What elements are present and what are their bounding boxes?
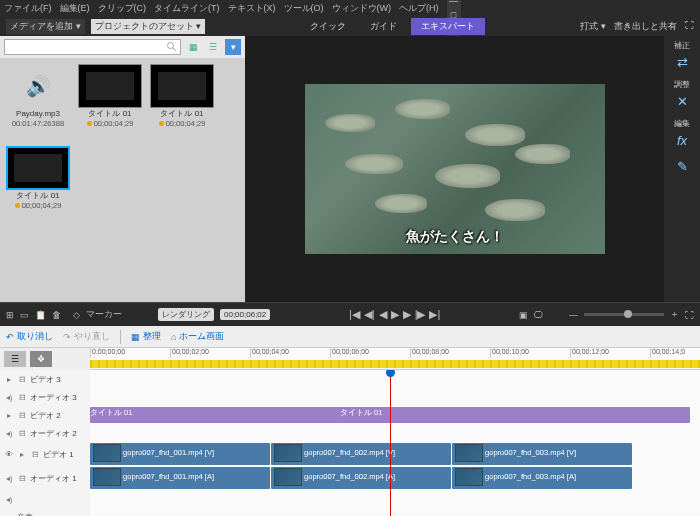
fit-icon[interactable]: ⛶ [685,310,694,320]
home-button[interactable]: ⌂ホーム画面 [171,330,224,343]
clip[interactable]: gopro007_fhd_003.mp4 [A] [452,467,632,489]
safe-margin-icon[interactable]: ▣ [519,310,528,320]
trash-icon[interactable]: 🗑 [52,310,61,320]
media-item-title[interactable]: タイトル 01 00;00;04;29 [150,64,214,128]
track[interactable] [90,388,700,406]
track-label[interactable]: ◂)⊟オーディオ 2 [0,424,90,442]
right-rail: 補正⇄ 調整✕ 編集fx ✎ [664,36,700,302]
goto-end-icon[interactable]: ▶| [429,308,440,321]
track[interactable] [90,424,700,442]
track-icon[interactable]: ⊟ [17,393,27,402]
tools-icon[interactable]: ✕ [673,92,691,110]
prev-frame-icon[interactable]: ◀ [379,308,387,321]
menu-file[interactable]: ファイル(F) [4,2,52,15]
grid-view-icon[interactable]: ▦ [185,39,201,55]
track-icon[interactable]: ▸ [4,411,14,420]
media-bin: 🔊 Payday.mp3 00:01:47:26388 タイトル 01 00;0… [0,58,245,302]
track-icon[interactable]: ⊟ [30,450,40,459]
next-frame-icon[interactable]: ▶ [403,308,411,321]
adjust-icon[interactable]: ⇄ [673,53,691,71]
play-icon[interactable]: ▶ [391,308,399,321]
track-label[interactable]: ▸⊟ビデオ 2 [0,406,90,424]
track-icon[interactable]: ◂) [4,474,14,483]
track-icon[interactable]: ⊟ [17,474,27,483]
tab-expert[interactable]: エキスパート [411,18,485,35]
track[interactable] [90,508,700,516]
step-fwd-icon[interactable]: |▶ [415,308,426,321]
minimize-button[interactable]: — [447,0,461,8]
track-icon[interactable]: ▸ [4,375,14,384]
track-icon[interactable]: ⊟ [17,429,27,438]
menu-help[interactable]: ヘルプ(H) [399,2,439,15]
track[interactable]: gopro007_fhd_001.mp4 [V] gopro007_fhd_00… [90,442,700,466]
timeline-view-a[interactable]: ☰ [4,351,26,367]
monitor-icon[interactable]: 🖵 [534,310,543,320]
track-icon[interactable]: ◂) [4,429,14,438]
render-button[interactable]: レンダリング [158,308,214,321]
tab-guide[interactable]: ガイド [360,18,407,35]
fullscreen-icon[interactable]: ⛶ [685,20,694,33]
media-item-selected[interactable]: タイトル 01 00;00;04;29 [6,146,70,210]
menu-window[interactable]: ウィンドウ(W) [332,2,392,15]
format-dropdown[interactable]: 打式 ▾ [580,20,606,33]
asset-dropdown[interactable]: プロジェクトのアセット ▾ [91,19,206,34]
redo-icon: ↷ [63,332,71,342]
menu-timeline[interactable]: タイムライン(T) [154,2,220,15]
playhead[interactable] [390,370,391,516]
fx-icon[interactable]: fx [673,131,691,149]
menu-clip[interactable]: クリップ(C) [98,2,147,15]
preview-monitor[interactable]: 魚がたくさん！ [305,84,605,254]
track-label[interactable]: 👁▸⊟ビデオ 1 [0,442,90,466]
track-icon[interactable]: ▸ [4,513,14,517]
track-icon[interactable]: ◂) [4,495,14,504]
timeline-view-b[interactable]: ❖ [30,351,52,367]
search-input[interactable] [4,39,181,55]
export-button[interactable]: 書き出しと共有 [614,20,677,33]
clip[interactable]: gopro007_fhd_002.mp4 [A] [271,467,451,489]
clip[interactable]: gopro007_fhd_001.mp4 [A] [90,467,270,489]
media-item-audio[interactable]: 🔊 Payday.mp3 00:01:47:26388 [6,64,70,128]
pen-icon[interactable]: ✎ [673,157,691,175]
track[interactable] [90,490,700,508]
tool-icon[interactable]: ⊞ [6,310,14,320]
track-label[interactable]: ◂)⊟オーディオ 3 [0,388,90,406]
list-view-icon[interactable]: ☰ [205,39,221,55]
zoom-slider[interactable] [584,313,664,316]
media-item-title[interactable]: タイトル 01 00;00;04;29 [78,64,142,128]
work-area-bar[interactable] [90,360,700,368]
track-icon[interactable]: ◂) [4,393,14,402]
track[interactable]: タイトル 01タイトル 01 [90,406,700,424]
clip[interactable]: gopro007_fhd_001.mp4 [V] [90,443,270,465]
track-name: ビデオ 3 [30,374,61,385]
clip[interactable]: gopro007_fhd_003.mp4 [V] [452,443,632,465]
mode-tabs: クイック ガイド エキスパート [300,16,485,36]
step-back-icon[interactable]: ◀| [364,308,375,321]
marker-button[interactable]: マーカー [86,308,122,321]
track-label[interactable]: ◂) [0,490,90,508]
organize-button[interactable]: ▦整理 [131,330,161,343]
menu-edit[interactable]: 編集(E) [60,2,90,15]
tool-icon[interactable]: ▭ [20,310,29,320]
menu-tool[interactable]: ツール(O) [284,2,324,15]
timeline-ruler[interactable]: 0;00;00;0000;00;02;0000;00;04;0000;00;06… [90,348,700,370]
add-media-dropdown[interactable]: メディアを追加 ▾ [6,19,85,34]
undo-button[interactable]: ↶取り消し [6,330,53,343]
track-label[interactable]: ▸⊟ビデオ 3 [0,370,90,388]
track[interactable]: gopro007_fhd_001.mp4 [A] gopro007_fhd_00… [90,466,700,490]
clipboard-icon[interactable]: 📋 [35,310,46,320]
menu-text[interactable]: テキスト(X) [228,2,276,15]
track-icon[interactable]: ⊟ [17,375,27,384]
track-icon[interactable]: 👁 [4,450,14,459]
track-area[interactable]: タイトル 01タイトル 01 gopro007_fhd_001.mp4 [V] … [90,370,700,516]
track[interactable] [90,370,700,388]
redo-button[interactable]: ↷やり直し [63,330,110,343]
track-label[interactable]: ◂)⊟オーディオ 1 [0,466,90,490]
goto-start-icon[interactable]: |◀ [349,308,360,321]
track-icon[interactable]: ▸ [17,450,27,459]
tab-quick[interactable]: クイック [300,18,356,35]
media-meta: 00;00;04;29 [78,119,142,128]
track-label[interactable]: ▸音声 [0,508,90,516]
filter-icon[interactable]: ▾ [225,39,241,55]
clip[interactable]: gopro007_fhd_002.mp4 [V] [271,443,451,465]
track-icon[interactable]: ⊟ [17,411,27,420]
